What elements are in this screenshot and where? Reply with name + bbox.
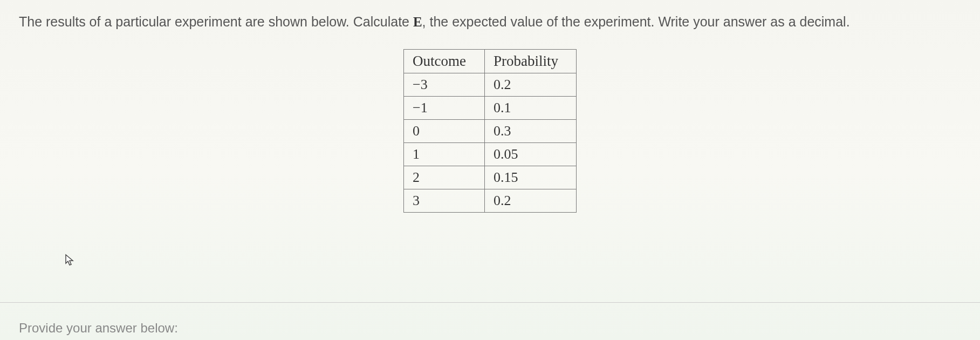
table-row: 0 0.3 [404, 120, 577, 143]
probability-cell: 0.1 [485, 97, 577, 120]
probability-cell: 0.15 [485, 166, 577, 189]
table-row: −1 0.1 [404, 97, 577, 120]
outcome-cell: −1 [404, 97, 485, 120]
expected-value-symbol: E [413, 15, 422, 29]
answer-prompt: Provide your answer below: [19, 321, 178, 336]
table-header-row: Outcome Probability [404, 50, 577, 73]
probability-cell: 0.05 [485, 143, 577, 166]
table-container: Outcome Probability −3 0.2 −1 0.1 0 0.3 … [19, 49, 961, 213]
probability-table: Outcome Probability −3 0.2 −1 0.1 0 0.3 … [403, 49, 577, 213]
outcome-header: Outcome [404, 50, 485, 73]
outcome-cell: −3 [404, 73, 485, 97]
outcome-cell: 1 [404, 143, 485, 166]
table-row: 1 0.05 [404, 143, 577, 166]
outcome-cell: 3 [404, 189, 485, 213]
cursor-icon [65, 254, 76, 270]
question-text: The results of a particular experiment a… [19, 11, 961, 33]
question-part2: , the expected value of the experiment. … [422, 14, 850, 29]
table-row: 3 0.2 [404, 189, 577, 213]
probability-cell: 0.2 [485, 73, 577, 97]
table-row: −3 0.2 [404, 73, 577, 97]
outcome-cell: 2 [404, 166, 485, 189]
probability-header: Probability [485, 50, 577, 73]
table-row: 2 0.15 [404, 166, 577, 189]
section-divider [0, 302, 980, 303]
outcome-cell: 0 [404, 120, 485, 143]
question-part1: The results of a particular experiment a… [19, 14, 413, 29]
probability-cell: 0.2 [485, 189, 577, 213]
probability-cell: 0.3 [485, 120, 577, 143]
